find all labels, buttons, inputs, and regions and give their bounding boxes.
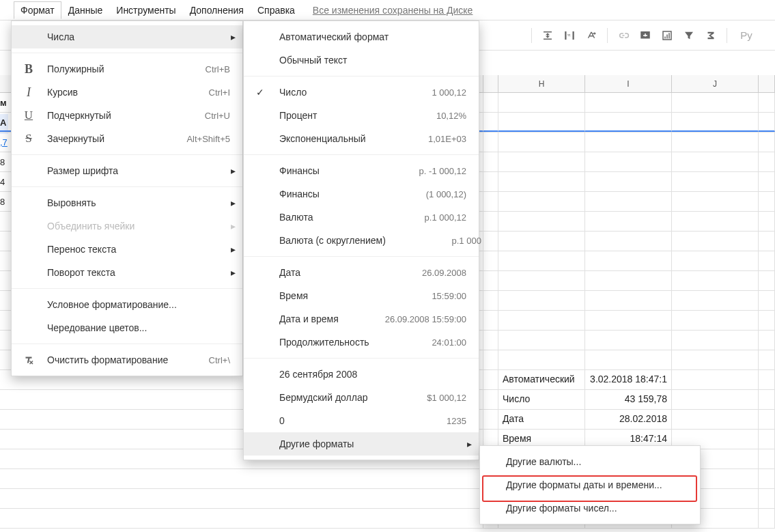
menu-alternating-colors[interactable]: Чередование цветов...	[12, 316, 242, 339]
menu-clear-formatting[interactable]: Очистить форматирование Ctrl+\	[12, 348, 242, 372]
strikethrough-icon: S	[21, 131, 36, 146]
menu-bold[interactable]: B Полужирный Ctrl+B	[12, 57, 242, 81]
fmt-datetime[interactable]: Дата и время 26.09.2008 15:59:00	[244, 307, 479, 331]
cell-i[interactable]: 43 159,78	[585, 390, 672, 409]
clear-format-icon	[21, 352, 36, 367]
other-currencies[interactable]: Другие валюты...	[480, 450, 700, 473]
input-language-icon[interactable]: Ру	[733, 25, 760, 46]
chart-icon[interactable]	[657, 25, 677, 46]
cell-h[interactable]: Число	[498, 390, 585, 409]
fmt-currency[interactable]: Валюта р.1 000,12	[244, 206, 479, 229]
fmt-duration[interactable]: Продолжительность 24:01:00	[244, 331, 479, 354]
functions-icon[interactable]	[701, 25, 721, 46]
other-date-time-formats[interactable]: Другие форматы даты и времени...	[480, 473, 700, 496]
chevron-right-icon: ▸	[231, 244, 236, 255]
menu-italic[interactable]: I Курсив Ctrl+I	[12, 81, 242, 104]
menu-format[interactable]: Формат	[14, 1, 61, 19]
fmt-plaintext[interactable]: Обычный текст	[244, 48, 479, 72]
fmt-other-formats[interactable]: Другие форматы ▸	[244, 432, 479, 456]
col-header-j[interactable]: J	[672, 75, 759, 92]
menu-merge: Объединить ячейки ▸	[12, 214, 242, 238]
cell-i[interactable]: 3.02.2018 18:47:1	[585, 370, 672, 389]
comment-icon[interactable]	[635, 25, 656, 46]
bold-icon: B	[21, 61, 36, 76]
fmt-sample-currency[interactable]: Бермудский доллар $1 000,12	[244, 386, 479, 409]
col-header-h[interactable]: H	[498, 75, 585, 92]
chevron-right-icon: ▸	[231, 221, 236, 232]
chevron-right-icon: ▸	[467, 438, 472, 449]
italic-icon: I	[21, 85, 36, 100]
col-header-i[interactable]: I	[585, 75, 672, 92]
menu-wrap[interactable]: Перенос текста ▸	[12, 238, 242, 261]
chevron-right-icon: ▸	[231, 165, 236, 176]
menu-underline[interactable]: U Подчеркнутый Ctrl+U	[12, 104, 242, 127]
cell-h[interactable]: Дата	[498, 410, 585, 429]
other-number-formats[interactable]: Другие форматы чисел...	[480, 496, 700, 520]
fmt-number[interactable]: ✓ Число 1 000,12	[244, 81, 479, 104]
filter-icon[interactable]	[679, 25, 699, 46]
check-icon: ✓	[256, 87, 264, 98]
menu-help[interactable]: Справка	[251, 1, 302, 19]
menu-align[interactable]: Выровнять ▸	[12, 191, 242, 214]
fmt-scientific[interactable]: Экспоненциальный 1,01E+03	[244, 127, 479, 150]
save-status[interactable]: Все изменения сохранены на Диске	[313, 5, 473, 16]
chevron-right-icon: ▸	[231, 31, 236, 42]
cell-i[interactable]: 28.02.2018	[585, 410, 672, 429]
wrap-text-icon[interactable]	[559, 25, 580, 46]
vertical-align-icon[interactable]	[537, 25, 558, 46]
chevron-right-icon: ▸	[231, 267, 236, 278]
menubar: Формат Данные Инструменты Дополнения Спр…	[0, 0, 775, 20]
fmt-financial-1[interactable]: Финансы р. -1 000,12	[244, 159, 479, 182]
text-rotation-icon[interactable]	[581, 25, 602, 46]
menu-numbers[interactable]: Числа ▸	[12, 25, 242, 48]
menu-tools[interactable]: Инструменты	[109, 1, 182, 19]
fmt-automatic[interactable]: Автоматический формат	[244, 25, 479, 48]
menu-rotate[interactable]: Поворот текста ▸	[12, 261, 242, 284]
other-formats-submenu: Другие валюты... Другие форматы даты и в…	[479, 445, 701, 524]
chevron-right-icon: ▸	[231, 197, 236, 208]
menu-conditional-formatting[interactable]: Условное форматирование...	[12, 293, 242, 316]
format-dropdown: Числа ▸ B Полужирный Ctrl+B I Курсив Ctr…	[11, 20, 243, 376]
fmt-sample-zero[interactable]: 0 1235	[244, 409, 479, 432]
fmt-time[interactable]: Время 15:59:00	[244, 284, 479, 307]
fmt-percent[interactable]: Процент 10,12%	[244, 104, 479, 127]
menu-addons[interactable]: Дополнения	[183, 1, 251, 19]
fmt-date[interactable]: Дата 26.09.2008	[244, 261, 479, 284]
fmt-financial-2[interactable]: Финансы (1 000,12)	[244, 182, 479, 206]
menu-data[interactable]: Данные	[61, 1, 110, 19]
fmt-currency-rounded[interactable]: Валюта (с округлением) р.1 000	[244, 229, 479, 252]
underline-icon: U	[21, 108, 36, 123]
numbers-submenu: Автоматический формат Обычный текст ✓ Чи…	[243, 20, 479, 460]
menu-strike[interactable]: S Зачеркнутый Alt+Shift+5	[12, 127, 242, 150]
menu-font-size[interactable]: Размер шрифта ▸	[12, 159, 242, 182]
link-icon[interactable]	[613, 25, 634, 46]
fmt-sample-date[interactable]: 26 сентября 2008	[244, 363, 479, 386]
cell-h[interactable]: Автоматический	[498, 370, 585, 389]
